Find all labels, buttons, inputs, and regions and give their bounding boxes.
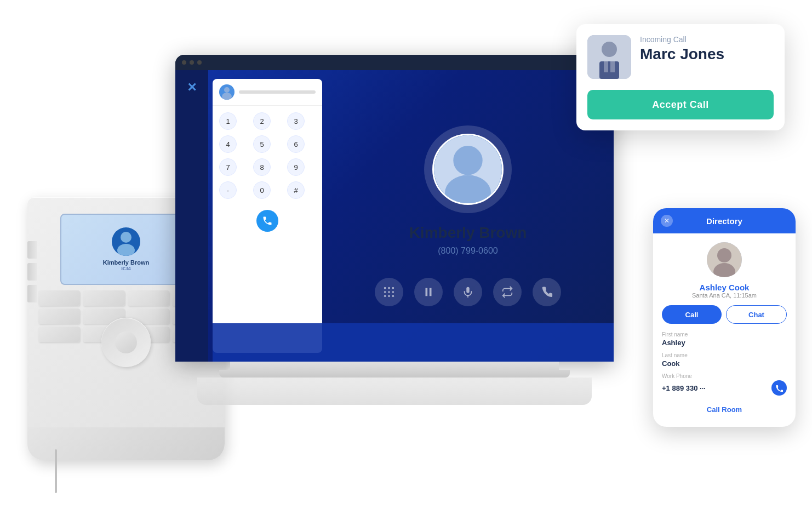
phone-screen-avatar [112,227,140,256]
dialer-key-8[interactable]: 8 [253,158,271,176]
phone-key [83,290,124,306]
dialer-key-hash[interactable]: # [287,181,305,199]
contact-avatar [432,134,504,205]
directory-close-button[interactable]: ✕ [661,215,673,227]
phone-nav-ring [101,318,151,367]
svg-point-0 [121,232,131,243]
app-sidebar: ✕ [175,70,208,362]
svg-point-2 [224,87,230,93]
svg-point-8 [388,287,390,289]
svg-point-3 [222,93,232,100]
dir-avatar-wrap [662,242,787,277]
dialer-key-dot[interactable]: · [219,181,237,199]
phone-side-buttons-left [27,241,37,302]
svg-point-15 [392,295,394,298]
call-actions [375,278,561,306]
laptop-foot [219,370,570,378]
svg-point-10 [384,291,386,293]
laptop-bottom-bar [213,323,614,362]
caller-avatar [587,35,631,79]
bezel-dot [197,60,202,65]
svg-rect-22 [604,61,608,72]
dir-chat-button[interactable]: Chat [726,305,787,324]
dialer-key-0[interactable]: 0 [253,181,271,199]
bezel-dot [182,60,186,65]
dir-call-button[interactable]: Call [662,305,722,324]
dialer-key-9[interactable]: 9 [287,158,305,176]
dialer-key-2[interactable]: 2 [253,112,271,130]
close-icon: ✕ [664,217,670,225]
dialer-panel: 1 2 3 4 5 6 7 8 9 · 0 # [213,79,322,353]
phone-key [38,308,80,324]
svg-point-20 [602,42,617,57]
incoming-call-header: Incoming Call Marc Jones [587,35,774,79]
dir-contact-name: Ashley Cook [662,283,787,292]
dialer-key-6[interactable]: 6 [287,135,305,153]
svg-point-1 [117,244,135,256]
directory-card: ✕ Directory Ashley Cook Santa Ana CA, 11… [653,208,796,427]
dir-phone-call-icon[interactable] [771,380,787,396]
dir-action-buttons: Call Chat [662,305,787,324]
laptop: ✕ 1 2 3 4 [175,55,625,438]
phone-side-btn [27,285,37,302]
contact-avatar-ring [424,125,512,213]
caller-name: Marc Jones [640,46,774,63]
phone-side-btn [27,241,37,259]
laptop-screen: ✕ 1 2 3 4 [175,55,614,362]
dialer-avatar [219,84,235,100]
svg-point-5 [453,146,482,175]
dialer-key-7[interactable]: 7 [219,158,237,176]
phone-screen-time: 8:34 [121,266,131,271]
phone-screen: Kimberly Brown 8:34 [60,214,192,285]
call-action-mute[interactable] [454,278,482,306]
svg-point-13 [384,295,386,298]
dialer-key-1[interactable]: 1 [219,112,237,130]
phone-screen-name: Kimberly Brown [103,259,149,266]
dir-last-name-value: Cook [662,359,787,368]
svg-rect-16 [426,288,428,296]
svg-point-25 [717,248,731,262]
svg-rect-21 [599,61,619,79]
call-action-end[interactable] [533,278,561,306]
dialer-call-button[interactable] [256,210,278,232]
svg-rect-17 [430,288,432,296]
svg-point-9 [392,287,394,289]
dir-first-name-value: Ashley [662,339,787,347]
dir-work-phone-value: +1 889 330 ··· [662,384,706,392]
dir-phone-row: +1 889 330 ··· [662,380,787,396]
phone-cord [55,449,57,493]
svg-point-11 [388,291,390,293]
contact-phone: (800) 799-0600 [438,246,498,256]
phone-key [38,290,80,306]
x-logo-icon: ✕ [187,81,197,95]
dialer-header [213,79,322,106]
laptop-content: ✕ 1 2 3 4 [175,70,614,362]
phone-side-btn [27,263,37,281]
dialer-key-4[interactable]: 4 [219,135,237,153]
call-action-keypad[interactable] [375,278,403,306]
directory-title: Directory [706,216,742,226]
svg-rect-23 [610,61,615,72]
dialer-key-3[interactable]: 3 [287,112,305,130]
phone-nav-ring-inner [115,331,137,353]
dir-first-name-label: First name [662,331,787,338]
incoming-call-label: Incoming Call [640,35,774,44]
incoming-call-card: Incoming Call Marc Jones Accept Call [576,24,785,130]
dir-call-room-button[interactable]: Call Room [662,401,787,418]
accept-call-button[interactable]: Accept Call [587,90,774,119]
call-action-transfer[interactable] [493,278,522,306]
dir-work-phone-label: Work Phone [662,373,787,379]
call-action-hold[interactable] [414,278,443,306]
dir-avatar [707,242,742,277]
laptop-bezel [175,55,614,70]
caller-info: Incoming Call Marc Jones [640,35,774,63]
dialer-keypad[interactable]: 1 2 3 4 5 6 7 8 9 · 0 # [213,106,322,205]
phone-key [38,327,80,342]
dialer-key-5[interactable]: 5 [253,135,271,153]
sidebar-logo: ✕ [183,79,201,96]
laptop-keyboard [197,378,592,405]
dir-contact-location: Santa Ana CA, 11:15am [662,292,787,299]
contact-name: Kimberly Brown [409,224,527,242]
svg-point-7 [384,287,386,289]
dialer-input-display [239,90,316,94]
